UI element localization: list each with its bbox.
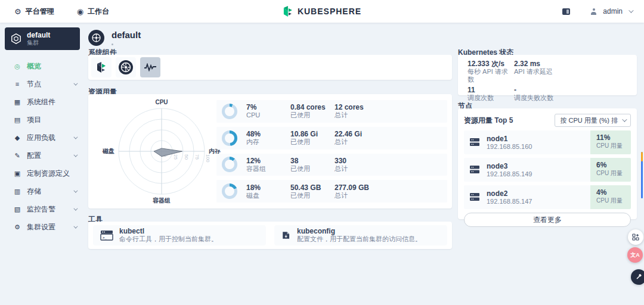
crd-icon: ▣	[13, 170, 21, 178]
kubernetes-component-icon	[118, 60, 134, 75]
cpu-donut-chart	[222, 104, 237, 119]
user-name: admin	[603, 7, 623, 15]
chevron-down-icon	[73, 81, 78, 85]
brand-text: KUBESPHERE	[298, 7, 361, 16]
chevron-down-icon	[73, 206, 78, 210]
stat-row-memory[interactable]: 48%内存 10.86 Gi已使用 22.46 Gi总计	[216, 127, 447, 150]
svg-text:50: 50	[184, 154, 189, 160]
sidebar-item-storage[interactable]: ▥ 存储	[0, 182, 85, 200]
node-row-node2[interactable]: node2 192.168.85.147 4% CPU 用量	[464, 185, 631, 209]
node-cpu-usage-badge: 6% CPU 用量	[590, 158, 631, 182]
nav-workbench[interactable]: ◉ 工作台	[77, 7, 109, 17]
cluster-hexagon-icon	[11, 33, 21, 44]
svg-text:容器组: 容器组	[152, 197, 171, 204]
sidebar-item-crd[interactable]: ▣ 定制资源定义	[0, 164, 85, 182]
widgets-fab-button[interactable]	[628, 229, 643, 245]
server-icon	[469, 138, 481, 147]
pods-donut-chart	[222, 157, 237, 172]
view-more-button[interactable]: 查看更多	[464, 213, 631, 227]
monitoring-icon: ▧	[13, 206, 21, 213]
cluster-type: 集群	[27, 39, 50, 46]
svg-text:CPU: CPU	[155, 99, 168, 105]
nodes-icon: ≡	[13, 80, 21, 88]
sidebar-item-config[interactable]: ✎ 配置	[0, 147, 85, 164]
metric-api-latency: 2.32 ms API 请求延迟	[514, 60, 627, 83]
resources-card: 0255075100CPU内存容器组磁盘 7%CPU 0.84 cores已使用…	[88, 94, 452, 208]
sidebar-item-monitoring[interactable]: ▧ 监控告警	[0, 200, 85, 218]
nav-platform-management[interactable]: ⚙ 平台管理	[14, 7, 54, 17]
resource-stats: 7%CPU 0.84 cores已使用 12 cores总计 48%内存 10.…	[216, 100, 447, 203]
sort-dropdown[interactable]: 按 CPU 用量 (%) 排	[555, 114, 631, 127]
file-download-icon	[281, 230, 291, 241]
terminal-icon: >_	[100, 230, 113, 241]
component-monitoring[interactable]	[140, 57, 160, 77]
chevron-down-icon	[622, 117, 627, 122]
svg-text:25: 25	[173, 154, 178, 160]
stat-row-disk[interactable]: 18%磁盘 50.43 GB已使用 277.09 GB总计	[216, 180, 447, 203]
monitoring-pulse-icon	[144, 63, 157, 71]
scroll-indicator[interactable]	[641, 152, 643, 198]
stat-row-pods[interactable]: 12%容器组 38已使用 330总计	[216, 154, 447, 176]
language-fab-button[interactable]: 文A	[627, 247, 643, 263]
component-kubernetes[interactable]	[116, 57, 136, 77]
sidebar-item-components[interactable]: ▦ 系统组件	[0, 93, 85, 111]
server-icon	[469, 192, 481, 202]
svg-text:75: 75	[194, 154, 200, 160]
chevron-down-icon	[73, 188, 78, 192]
disk-donut-chart	[222, 183, 237, 199]
overview-icon: ◎	[13, 63, 21, 70]
title-description-dot	[112, 43, 113, 45]
tools-card: >_ kubectl 命令行工具，用于控制当前集群。 kubeconfig 配置…	[88, 222, 452, 249]
svg-text:磁盘: 磁盘	[102, 148, 114, 154]
brand-logo[interactable]: KUBESPHERE	[283, 0, 361, 23]
kubectl-tool[interactable]: >_ kubectl 命令行工具，用于控制当前集群。	[93, 225, 266, 245]
node-cpu-usage-badge: 11% CPU 用量	[590, 130, 631, 154]
memory-donut-chart	[222, 130, 237, 146]
nav-platform-label: 平台管理	[26, 7, 54, 17]
chevron-down-icon[interactable]	[628, 8, 633, 13]
nodes-top5-label: 资源用量 Top 5	[464, 116, 513, 126]
sidebar-item-projects[interactable]: ▤ 项目	[0, 111, 85, 129]
node-row-node3[interactable]: node3 192.168.85.149 6% CPU 用量	[464, 158, 631, 182]
sidebar-item-nodes[interactable]: ≡ 节点	[0, 75, 85, 93]
storage-icon: ▥	[13, 188, 21, 195]
k8s-status-card: 12.333 次/s 每秒 API 请求数 2.32 ms API 请求延迟 1…	[458, 55, 637, 95]
page-title-row: default	[88, 30, 141, 46]
tools-fab-button[interactable]	[631, 269, 644, 285]
top-header: ⚙ 平台管理 ◉ 工作台 KUBESPHERE admin	[0, 0, 644, 23]
workloads-icon: ◆	[13, 134, 21, 142]
sidebar-menu: ◎ 概览 ≡ 节点 ▦ 系统组件 ▤ 项目 ◆ 应用负载 ✎ 配置 ▣ 定制资源…	[0, 57, 85, 236]
cluster-settings-icon: ⚙	[13, 223, 21, 231]
component-kubesphere[interactable]	[91, 57, 112, 77]
gear-icon: ⚙	[14, 8, 21, 15]
metric-schedule-count: 11 调度次数	[467, 86, 514, 102]
svg-text:>_: >_	[103, 236, 107, 239]
grid-plus-icon	[632, 234, 639, 241]
components-card	[88, 55, 452, 80]
docs-icon[interactable]	[562, 8, 570, 15]
chevron-down-icon	[73, 224, 78, 228]
hammer-icon	[635, 273, 642, 281]
cluster-selector[interactable]: default 集群	[5, 27, 80, 50]
sidebar-item-workloads[interactable]: ◆ 应用负载	[0, 129, 85, 147]
sidebar-item-overview[interactable]: ◎ 概览	[0, 57, 85, 75]
nodes-card: 资源用量 Top 5 按 CPU 用量 (%) 排 node1 192.168.…	[458, 108, 637, 219]
kubernetes-wheel-icon	[88, 30, 104, 46]
chevron-down-icon	[73, 135, 78, 139]
header-nav: ⚙ 平台管理 ◉ 工作台	[14, 0, 109, 23]
header-right: admin	[562, 0, 632, 23]
node-row-node1[interactable]: node1 192.168.85.160 11% CPU 用量	[464, 130, 631, 154]
metric-schedule-failures: - 调度失败次数	[514, 86, 627, 102]
components-icon: ▦	[13, 98, 21, 106]
user-icon	[590, 8, 597, 15]
translate-icon: 文A	[630, 251, 640, 259]
node-cpu-usage-badge: 4% CPU 用量	[590, 185, 631, 209]
nav-workbench-label: 工作台	[88, 7, 109, 17]
sidebar-item-cluster-settings[interactable]: ⚙ 集群设置	[0, 218, 85, 236]
sidebar: default 集群 ◎ 概览 ≡ 节点 ▦ 系统组件 ▤ 项目 ◆ 应用负载 …	[0, 23, 85, 305]
stat-row-cpu[interactable]: 7%CPU 0.84 cores已使用 12 cores总计	[216, 100, 447, 123]
kubeconfig-tool[interactable]: kubeconfig 配置文件，用于配置当前集群的访问信息。	[274, 225, 447, 245]
workbench-icon: ◉	[77, 8, 83, 15]
projects-icon: ▤	[13, 116, 21, 124]
server-icon	[469, 165, 481, 175]
